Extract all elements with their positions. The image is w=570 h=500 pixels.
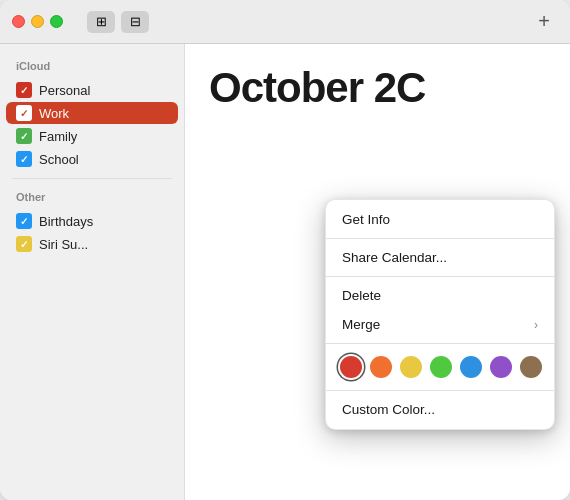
color-dot-blue[interactable]	[460, 356, 482, 378]
color-dot-brown[interactable]	[520, 356, 542, 378]
personal-checkbox[interactable]: ✓	[16, 82, 32, 98]
merge-arrow-icon: ›	[534, 318, 538, 332]
inbox-icon[interactable]: ⊟	[121, 11, 149, 33]
color-dot-orange[interactable]	[370, 356, 392, 378]
merge-menu-item[interactable]: Merge ›	[326, 310, 554, 339]
personal-label: Personal	[39, 83, 90, 98]
icloud-section-label: iCloud	[0, 56, 184, 78]
color-picker-row	[326, 348, 554, 386]
family-checkbox[interactable]: ✓	[16, 128, 32, 144]
sidebar-item-work[interactable]: ✓ Work	[6, 102, 178, 124]
share-calendar-menu-item[interactable]: Share Calendar...	[326, 243, 554, 272]
title-bar: ⊞ ⊟ +	[0, 0, 570, 44]
main-content: October 2C Get Info Share Calendar... De…	[185, 44, 570, 500]
get-info-menu-item[interactable]: Get Info	[326, 205, 554, 234]
color-dot-purple[interactable]	[490, 356, 512, 378]
grid-view-icon[interactable]: ⊞	[87, 11, 115, 33]
get-info-label: Get Info	[342, 212, 390, 227]
merge-label: Merge	[342, 317, 380, 332]
sidebar-divider	[12, 178, 172, 179]
siri-checkbox[interactable]: ✓	[16, 236, 32, 252]
siri-label: Siri Su...	[39, 237, 88, 252]
check-icon: ✓	[20, 239, 28, 250]
delete-menu-item[interactable]: Delete	[326, 281, 554, 310]
sidebar-item-school[interactable]: ✓ School	[6, 148, 178, 170]
school-label: School	[39, 152, 79, 167]
other-section-label: Other	[0, 187, 184, 209]
family-label: Family	[39, 129, 77, 144]
traffic-lights	[12, 15, 63, 28]
check-icon: ✓	[20, 131, 28, 142]
check-icon: ✓	[20, 154, 28, 165]
minimize-button[interactable]	[31, 15, 44, 28]
color-dot-red[interactable]	[340, 356, 362, 378]
work-label: Work	[39, 106, 69, 121]
birthdays-label: Birthdays	[39, 214, 93, 229]
sidebar-item-personal[interactable]: ✓ Personal	[6, 79, 178, 101]
color-dot-yellow[interactable]	[400, 356, 422, 378]
share-calendar-label: Share Calendar...	[342, 250, 447, 265]
maximize-button[interactable]	[50, 15, 63, 28]
birthdays-checkbox[interactable]: ✓	[16, 213, 32, 229]
content-area: iCloud ✓ Personal ✓ Work ✓ Family	[0, 44, 570, 500]
app-window: ⊞ ⊟ + iCloud ✓ Personal ✓ Work	[0, 0, 570, 500]
custom-color-menu-item[interactable]: Custom Color...	[326, 395, 554, 424]
custom-color-label: Custom Color...	[342, 402, 435, 417]
check-icon: ✓	[20, 216, 28, 227]
month-title: October 2C	[209, 64, 546, 112]
delete-label: Delete	[342, 288, 381, 303]
menu-separator-2	[326, 276, 554, 277]
close-button[interactable]	[12, 15, 25, 28]
work-checkbox[interactable]: ✓	[16, 105, 32, 121]
sidebar-item-family[interactable]: ✓ Family	[6, 125, 178, 147]
menu-separator-1	[326, 238, 554, 239]
toolbar-icons: ⊞ ⊟	[87, 11, 149, 33]
check-icon: ✓	[20, 108, 28, 119]
sidebar: iCloud ✓ Personal ✓ Work ✓ Family	[0, 44, 185, 500]
menu-separator-3	[326, 343, 554, 344]
menu-separator-4	[326, 390, 554, 391]
school-checkbox[interactable]: ✓	[16, 151, 32, 167]
check-icon: ✓	[20, 85, 28, 96]
context-menu: Get Info Share Calendar... Delete Merge …	[325, 199, 555, 430]
sidebar-item-birthdays[interactable]: ✓ Birthdays	[6, 210, 178, 232]
add-button[interactable]: +	[530, 10, 558, 33]
sidebar-item-siri[interactable]: ✓ Siri Su...	[6, 233, 178, 255]
color-dot-green[interactable]	[430, 356, 452, 378]
